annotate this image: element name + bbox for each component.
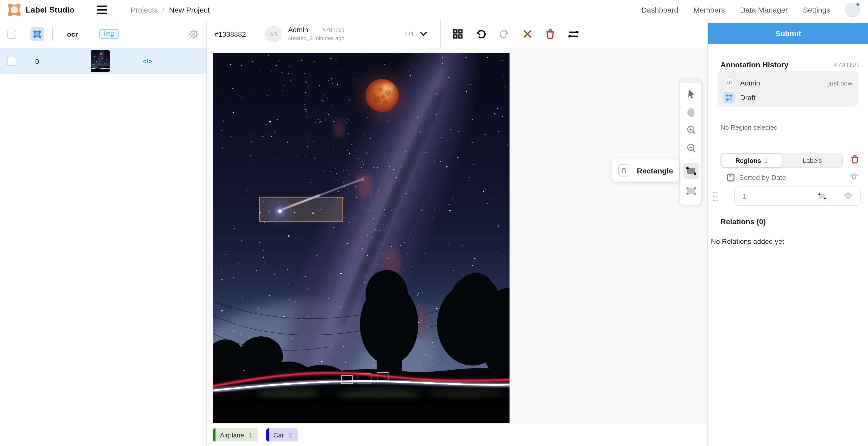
- blood-moon: [359, 72, 405, 119]
- brand-title: Label Studio: [26, 5, 74, 14]
- img-type-tag[interactable]: img: [99, 29, 119, 39]
- rectangle-3point-tool-button[interactable]: [680, 181, 702, 201]
- trash-icon: [851, 155, 859, 164]
- zoom-out-button[interactable]: [680, 139, 702, 158]
- delete-regions-button[interactable]: [851, 155, 859, 166]
- trash-icon: [546, 29, 555, 39]
- annotation-workspace: #1338882 AD Admin #79TBS created, 2 minu…: [208, 20, 707, 446]
- task-row[interactable]: 0: [0, 48, 207, 74]
- nav-link-dashboard[interactable]: Dashboard: [642, 5, 678, 14]
- column-field-label[interactable]: ocr: [67, 30, 78, 38]
- header-divider: [129, 27, 129, 40]
- regions-grid-button[interactable]: [30, 27, 44, 41]
- undo-icon: [476, 29, 486, 39]
- annotation-id: #79TBS: [322, 27, 344, 34]
- sort-icon[interactable]: [727, 173, 735, 181]
- region-item[interactable]: 1: [734, 186, 861, 206]
- transfer-icon: [568, 29, 579, 38]
- breadcrumb-projects[interactable]: Projects: [130, 5, 158, 14]
- label-color-stripe: [213, 428, 216, 442]
- pan-tool-button[interactable]: [680, 103, 702, 121]
- redo-icon: [499, 29, 509, 39]
- label-airplane[interactable]: Airplane 1: [213, 428, 258, 442]
- annotator-info: Admin #79TBS created, 2 minutes ago: [288, 26, 345, 42]
- sorted-by-label[interactable]: Sorted by Date: [739, 173, 786, 181]
- select-all-checkbox[interactable]: [7, 29, 16, 38]
- history-entry[interactable]: AD Admin just now Draft: [717, 71, 859, 107]
- hand-icon: [686, 107, 696, 117]
- cursor-icon: [686, 89, 695, 99]
- tooltip-label: Rectangle: [637, 166, 673, 175]
- task-index: 0: [35, 57, 39, 65]
- region-id: 1: [743, 192, 747, 200]
- zoom-out-icon: [686, 143, 696, 153]
- annotation-history-id: #79TBS: [834, 61, 859, 69]
- label-studio-app: Label Studio Projects / New Project Dash…: [0, 0, 868, 446]
- task-thumbnail[interactable]: [91, 50, 110, 72]
- hotkey-badge: R: [618, 164, 630, 176]
- nav-link-members[interactable]: Members: [693, 5, 725, 14]
- tab-labels[interactable]: Labels: [782, 153, 842, 167]
- regions-count: 1: [764, 157, 768, 164]
- tab-regions[interactable]: Regions 1: [721, 153, 782, 167]
- submit-button[interactable]: Submit: [708, 23, 868, 44]
- grid-icon: [453, 29, 463, 39]
- label-studio-logo-icon: [7, 3, 21, 16]
- drag-handle[interactable]: [712, 191, 718, 202]
- undo-button[interactable]: [475, 28, 487, 40]
- nav-link-settings[interactable]: Settings: [803, 5, 830, 14]
- menu-icon[interactable]: [97, 4, 109, 16]
- task-list-panel: ocr img 0: [0, 20, 207, 446]
- eye-icon[interactable]: [843, 193, 853, 200]
- gear-icon[interactable]: [188, 29, 199, 42]
- zoom-in-icon: [686, 125, 696, 135]
- region-list-item: 1: [708, 186, 868, 206]
- breadcrumb-current-project: New Project: [169, 5, 210, 14]
- palette-divider: [680, 159, 701, 160]
- region-rectangle-icon: [818, 192, 827, 200]
- zoom-in-button[interactable]: [680, 121, 702, 139]
- rectangle-3point-tool-icon: [685, 186, 697, 196]
- reject-button[interactable]: [521, 28, 533, 40]
- relations-title: Relations (0): [720, 217, 766, 226]
- header-divider: [52, 27, 53, 40]
- annotation-toolbar: #1338882 AD Admin #79TBS created, 2 minu…: [208, 20, 707, 48]
- redo-button[interactable]: [498, 28, 510, 40]
- annotation-created-time: created, 2 minutes ago: [288, 35, 345, 42]
- top-navbar: Label Studio Projects / New Project Dash…: [0, 0, 868, 20]
- breadcrumb: Projects / New Project: [130, 5, 210, 14]
- panel-divider: [708, 143, 868, 143]
- toggle-all-visibility-button[interactable]: [849, 173, 859, 182]
- brand[interactable]: Label Studio: [0, 3, 74, 16]
- grid-view-button[interactable]: [452, 28, 464, 40]
- eye-icon: [849, 173, 859, 180]
- annotator-avatar: AD: [266, 26, 282, 42]
- history-status: Draft: [740, 94, 755, 102]
- regions-labels-tabs: Regions 1 Labels: [720, 153, 843, 168]
- notification-dot: [856, 2, 861, 7]
- annotation-region-rectangle[interactable]: [259, 197, 343, 221]
- delete-annotation-button[interactable]: [545, 28, 557, 40]
- annotator-name: Admin: [288, 26, 308, 35]
- code-icon[interactable]: </>: [143, 58, 153, 65]
- annotation-history-title: Annotation History: [720, 60, 788, 69]
- user-avatar[interactable]: [845, 2, 860, 17]
- relations-empty-text: No Relations added yet: [711, 237, 784, 245]
- task-checkbox[interactable]: [7, 57, 16, 66]
- copy-previous-button[interactable]: [568, 28, 580, 40]
- annotation-pager[interactable]: 1/1: [405, 30, 427, 38]
- task-id: #1338882: [215, 30, 246, 38]
- move-tool-button[interactable]: [680, 85, 702, 103]
- no-region-text: No Region selected: [720, 124, 778, 131]
- task-image[interactable]: [213, 53, 509, 423]
- rectangle-tool-button[interactable]: [680, 161, 702, 181]
- history-user: Admin: [740, 79, 760, 87]
- label-color-stripe: [266, 428, 269, 442]
- label-car[interactable]: Car 2: [266, 428, 298, 442]
- rectangle-tool-tooltip: R Rectangle: [612, 160, 679, 181]
- draft-icon: [723, 92, 735, 103]
- nav-link-data-manager[interactable]: Data Manager: [740, 5, 788, 14]
- chevron-down-icon: [420, 32, 427, 36]
- panel-divider: [708, 210, 868, 210]
- palette-drag-handle[interactable]: [680, 78, 701, 83]
